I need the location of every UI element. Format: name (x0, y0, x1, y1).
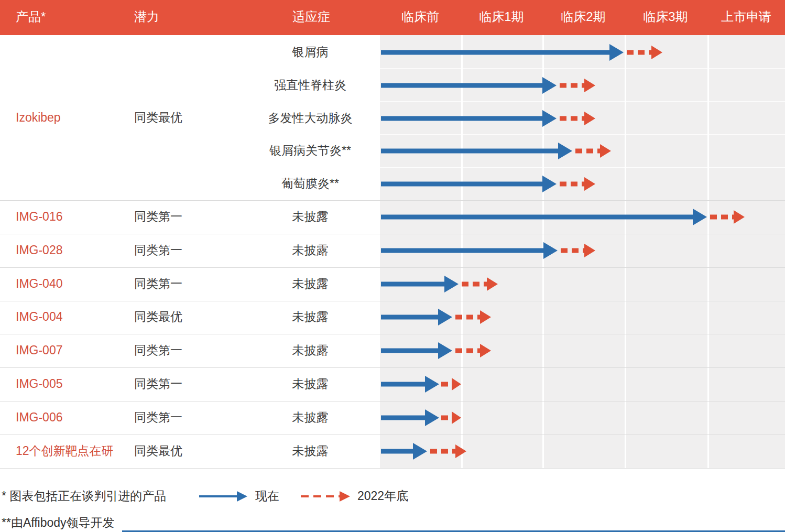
arrow-row-2-0 (381, 242, 595, 259)
arrow-row-8-0 (381, 443, 466, 460)
column-header-7: 上市申请 (721, 8, 771, 25)
legend-now-arrow-icon (198, 488, 248, 504)
indication-2-0: 未披露 (292, 242, 329, 258)
footnote-asterisk: * 图表包括正在谈判引进的产品 (2, 488, 166, 504)
column-header-5: 临床2期 (561, 8, 605, 25)
arrow-row-0-3 (381, 143, 611, 159)
row-separator-8 (0, 468, 785, 469)
legend-2022-arrow-icon (300, 488, 351, 504)
indication-0-1: 强直性脊柱炎 (274, 77, 346, 93)
arrow-row-7-0 (381, 409, 461, 426)
product-name-7: IMG-006 (16, 410, 62, 425)
product-name-5: IMG-007 (16, 343, 62, 357)
indication-0-0: 银屑病 (292, 44, 329, 60)
product-potential-4: 同类最优 (134, 309, 182, 325)
product-potential-2: 同类第一 (134, 242, 182, 258)
footnote-affibody: **由Affibody领导开发 (2, 515, 115, 531)
indication-5-0: 未披露 (292, 342, 329, 359)
column-header-3: 临床前 (401, 8, 439, 25)
product-potential-8: 同类最优 (134, 443, 182, 459)
product-name-6: IMG-005 (16, 377, 62, 391)
product-name-8: 12个创新靶点在研 (16, 443, 114, 459)
product-name-2: IMG-028 (16, 243, 62, 257)
product-name-1: IMG-016 (16, 210, 62, 224)
indication-6-0: 未披露 (292, 376, 329, 392)
indication-1-0: 未披露 (292, 209, 329, 225)
arrow-row-5-0 (381, 342, 491, 359)
indication-0-3: 银屑病关节炎** (269, 143, 351, 159)
indication-7-0: 未披露 (292, 409, 329, 426)
product-name-4: IMG-004 (16, 310, 62, 324)
product-potential-3: 同类第一 (134, 276, 182, 292)
arrow-row-3-0 (381, 276, 498, 292)
arrows-layer (380, 35, 785, 468)
indication-0-4: 葡萄膜炎** (281, 176, 339, 192)
arrow-row-1-0 (381, 209, 745, 225)
column-header-1: 潜力 (134, 8, 159, 25)
legend-2022-label: 2022年底 (357, 488, 408, 504)
product-potential-6: 同类第一 (134, 376, 182, 392)
product-potential-1: 同类第一 (134, 209, 182, 225)
column-header-6: 临床3期 (643, 8, 688, 25)
pipeline-chart: 产品*潜力适应症临床前临床1期临床2期临床3期上市申请 Izokibep同类最优… (0, 0, 785, 532)
indication-0-2: 多发性大动脉炎 (268, 110, 353, 126)
legend-now-label: 现在 (255, 488, 279, 504)
product-potential-7: 同类第一 (134, 409, 182, 426)
arrow-row-0-4 (381, 176, 595, 192)
product-name-0: Izokibep (16, 111, 61, 125)
header-row: 产品*潜力适应症临床前临床1期临床2期临床3期上市申请 (0, 0, 785, 35)
arrow-row-0-0 (381, 44, 662, 61)
column-header-0: 产品* (16, 8, 46, 25)
column-header-4: 临床1期 (479, 8, 524, 25)
column-header-2: 适应症 (292, 8, 330, 25)
indication-3-0: 未披露 (292, 276, 329, 292)
product-name-3: IMG-040 (16, 277, 62, 291)
arrow-row-0-2 (381, 110, 595, 127)
arrow-row-4-0 (381, 309, 491, 325)
indication-4-0: 未披露 (292, 309, 329, 325)
arrow-row-6-0 (381, 376, 461, 393)
indication-8-0: 未披露 (292, 443, 329, 459)
product-potential-5: 同类第一 (134, 342, 182, 359)
arrow-row-0-1 (381, 77, 595, 94)
product-potential-0: 同类最优 (134, 110, 182, 126)
